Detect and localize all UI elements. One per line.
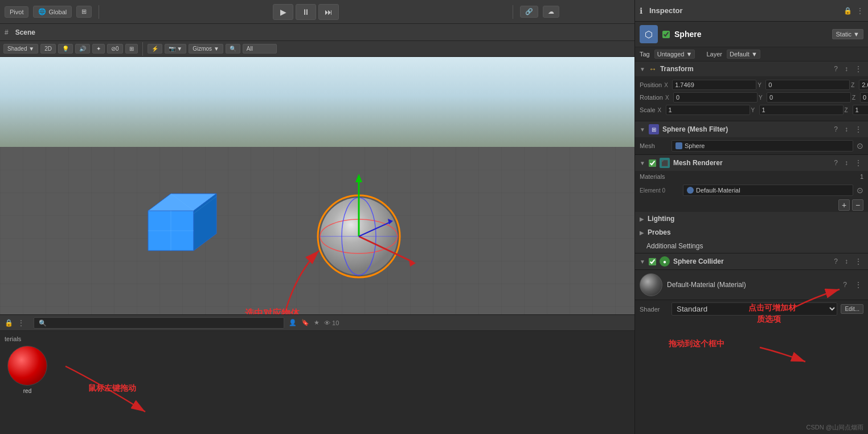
asset-search-input[interactable] bbox=[34, 317, 284, 329]
transform-options-btn[interactable]: ↕ bbox=[843, 64, 850, 73]
mesh-renderer-icon: ⬛ bbox=[660, 158, 670, 168]
effects-toggle[interactable]: ✦ bbox=[92, 44, 105, 54]
mesh-filter-help-btn[interactable]: ? bbox=[832, 125, 840, 134]
inspector-title[interactable]: Inspector bbox=[647, 6, 685, 15]
transform-chevron-icon: ▼ bbox=[640, 66, 645, 72]
shaded-label: Shaded bbox=[7, 46, 27, 52]
gizmos-label: Gizmos bbox=[193, 46, 212, 52]
pos-z-input[interactable] bbox=[859, 80, 868, 90]
material-preview-help-btn[interactable]: ? bbox=[841, 280, 849, 289]
rot-y-input[interactable] bbox=[767, 92, 851, 103]
lighting-toggle[interactable]: 💡 bbox=[58, 44, 73, 54]
pause-button[interactable]: ⏸ bbox=[296, 4, 316, 20]
info-icon: ℹ bbox=[640, 6, 642, 15]
grid-icon: ⊞ bbox=[81, 8, 87, 15]
mesh-filter-chevron-icon: ▼ bbox=[640, 126, 645, 133]
rot-x-input[interactable] bbox=[673, 92, 758, 103]
cube-object[interactable] bbox=[137, 182, 222, 256]
mesh-renderer-menu-btn[interactable]: ⋮ bbox=[853, 158, 863, 167]
sphere-icon: ⬡ bbox=[645, 29, 653, 40]
transform-help-btn[interactable]: ? bbox=[832, 64, 840, 73]
zero-toggle[interactable]: ⊘0 bbox=[107, 44, 123, 54]
add-material-btn[interactable]: + bbox=[838, 199, 850, 211]
grid-button[interactable]: ⊞ bbox=[76, 6, 92, 18]
inspector-menu-icon[interactable]: ⋮ bbox=[857, 7, 863, 15]
shaded-button[interactable]: Shaded ▼ bbox=[3, 44, 38, 54]
transform-menu-btn[interactable]: ⋮ bbox=[853, 64, 863, 73]
transform-header[interactable]: ▼ ↔ Transform ? ↕ ⋮ bbox=[635, 62, 868, 76]
camera-button[interactable]: 📷 ▼ bbox=[165, 44, 187, 54]
material-item-red[interactable]: red bbox=[5, 346, 50, 394]
object-active-checkbox[interactable] bbox=[662, 31, 670, 38]
mesh-renderer-header[interactable]: ▼ ⬛ Mesh Renderer ? ↕ ⋮ bbox=[635, 155, 868, 171]
sphere-collider-menu-btn[interactable]: ⋮ bbox=[853, 257, 863, 266]
mesh-filter-header[interactable]: ▼ ⊞ Sphere (Mesh Filter) ? ↕ ⋮ bbox=[635, 121, 868, 137]
audio-toggle[interactable]: 🔊 bbox=[75, 44, 90, 54]
main-layout: # Scene ⋮ Shaded ▼ 2D 💡 🔊 ✦ ⊘0 ⊞ ⚡ 📷 ▼ bbox=[0, 24, 868, 434]
sphere-collider-checkbox[interactable] bbox=[649, 258, 656, 265]
scale-z-input[interactable] bbox=[853, 105, 868, 115]
rotation-field: X Y Z bbox=[665, 92, 868, 103]
cloud-button[interactable]: ☁ bbox=[543, 6, 559, 18]
element-value: Default-Material bbox=[683, 185, 853, 196]
csdn-watermark: CSDN @山间点烟雨 bbox=[806, 423, 863, 432]
mesh-renderer-help-btn[interactable]: ? bbox=[832, 158, 840, 167]
pos-y-label: Y bbox=[758, 82, 764, 88]
gizmos-button[interactable]: Gizmos ▼ bbox=[189, 44, 223, 54]
lighting-header[interactable]: ▶ Lighting bbox=[635, 212, 868, 226]
mesh-target-btn[interactable]: ⊙ bbox=[857, 141, 863, 150]
tag-dropdown[interactable]: Untagged ▼ bbox=[654, 50, 695, 59]
object-icon: ⬡ bbox=[640, 25, 658, 43]
search-scene-button[interactable]: 🔍 bbox=[226, 44, 240, 54]
layer-dropdown[interactable]: Default ▼ bbox=[727, 50, 760, 59]
pos-y-input[interactable] bbox=[765, 80, 850, 90]
mesh-filter-options-btn[interactable]: ↕ bbox=[843, 125, 850, 134]
additional-settings-header[interactable]: Additional Settings bbox=[635, 239, 868, 253]
sphere-gizmo-svg bbox=[302, 162, 439, 314]
snap-button[interactable]: ⚡ bbox=[148, 44, 162, 54]
mesh-filter-menu-btn[interactable]: ⋮ bbox=[853, 125, 863, 134]
bottom-lock-icon[interactable]: 🔒 bbox=[5, 319, 13, 327]
collab-button[interactable]: 🔗 bbox=[520, 6, 538, 18]
global-button[interactable]: 🌐 Global bbox=[33, 6, 72, 18]
material-preview-menu-btn[interactable]: ⋮ bbox=[853, 280, 863, 289]
scene-search-input[interactable] bbox=[243, 44, 277, 54]
pos-x-input[interactable] bbox=[672, 80, 756, 90]
shader-row: Shader Standard Edit... bbox=[635, 300, 868, 318]
object-name: Sphere bbox=[674, 30, 828, 39]
mesh-renderer-options-btn[interactable]: ↕ bbox=[843, 158, 850, 167]
2d-button[interactable]: 2D bbox=[40, 44, 56, 54]
shader-select[interactable]: Standard bbox=[672, 302, 837, 316]
scale-y-input[interactable] bbox=[759, 105, 844, 115]
sphere-collider-help-btn[interactable]: ? bbox=[832, 257, 840, 266]
favorites-icon: 🔖 bbox=[301, 319, 309, 326]
separator2 bbox=[513, 5, 513, 19]
inspector-lock-icon[interactable]: 🔒 bbox=[844, 7, 852, 15]
mesh-label: Mesh bbox=[640, 142, 668, 149]
object-header: ⬡ Sphere Static ▼ bbox=[635, 22, 868, 47]
sphere-area[interactable] bbox=[302, 162, 439, 314]
probes-header[interactable]: ▶ Probes bbox=[635, 226, 868, 239]
mesh-value: Sphere bbox=[672, 140, 853, 152]
sphere-collider-header[interactable]: ▼ ● Sphere Collider ? ↕ ⋮ bbox=[635, 253, 868, 269]
scale-x-input[interactable] bbox=[666, 105, 750, 115]
pivot-button[interactable]: Pivot bbox=[5, 6, 28, 18]
mesh-renderer-checkbox[interactable] bbox=[649, 159, 656, 167]
bottom-menu-icon[interactable]: ⋮ bbox=[18, 319, 24, 327]
grid-toggle[interactable]: ⊞ bbox=[125, 44, 138, 54]
tag-chevron-icon: ▼ bbox=[686, 51, 693, 58]
cloud-icon: ☁ bbox=[548, 8, 554, 15]
pos-z-label: Z bbox=[851, 82, 858, 88]
step-button[interactable]: ⏭ bbox=[318, 4, 339, 20]
step-icon: ⏭ bbox=[325, 7, 333, 17]
play-button[interactable]: ▶ bbox=[273, 4, 293, 20]
rot-z-input[interactable] bbox=[860, 92, 868, 103]
remove-material-btn[interactable]: − bbox=[852, 199, 863, 211]
transform-component: ▼ ↔ Transform ? ↕ ⋮ Position X Y Z bbox=[635, 62, 868, 121]
static-dropdown-button[interactable]: Static ▼ bbox=[832, 29, 863, 39]
shader-edit-btn[interactable]: Edit... bbox=[841, 304, 863, 314]
element-target-btn[interactable]: ⊙ bbox=[857, 186, 863, 195]
star-icon: ★ bbox=[314, 319, 320, 326]
pivot-label: Pivot bbox=[10, 9, 23, 15]
sphere-collider-options-btn[interactable]: ↕ bbox=[843, 257, 850, 266]
